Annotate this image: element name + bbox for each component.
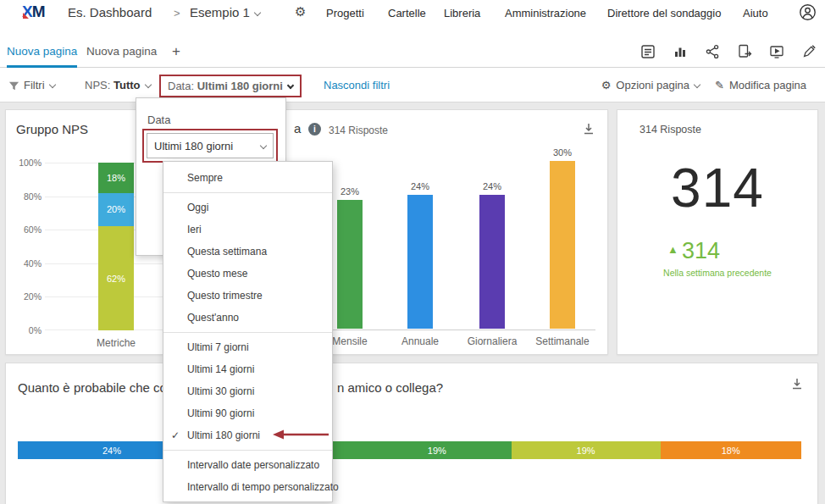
stacked-bar[interactable]: 18% 20% 62% [98, 163, 134, 330]
menu-item-oggi[interactable]: Oggi [163, 197, 332, 219]
edit-page-label: Modifica pagina [729, 79, 806, 91]
tab-nuova-pagina-2[interactable]: Nuova pagina [86, 37, 157, 68]
gear-icon: ⚙ [601, 79, 612, 91]
menu-item-ieri[interactable]: Ieri [163, 219, 332, 241]
bar-segment-promoters[interactable]: 18% [98, 163, 134, 193]
top-bar: XM Es. Dashboard > Esempio 1 ⚙ Progetti … [0, 0, 825, 25]
distribution-bar: 24% 19% 19% 18% [18, 441, 801, 459]
filters-label: Filtri [24, 79, 45, 91]
distribution-segment[interactable]: 19% [512, 441, 661, 459]
account-icon[interactable] [799, 3, 817, 21]
popover-heading: Data [147, 114, 170, 126]
menu-item-ultimi-90-giorni[interactable]: Ultimi 90 giorni [163, 402, 332, 424]
responses-count-label: 314 Risposte [329, 125, 388, 136]
share-icon[interactable] [705, 44, 720, 59]
bar[interactable] [479, 195, 505, 329]
widget-title-left-fragment: Quanto è probabile che co [18, 380, 167, 395]
date-range-menu: Sempre Oggi Ieri Questa settimana Questo… [163, 161, 333, 502]
edit-page-button[interactable]: ✎Modifica pagina [715, 79, 806, 91]
menu-item-sempre[interactable]: Sempre [163, 167, 332, 189]
menu-item-quest-anno[interactable]: Quest'anno [163, 307, 332, 329]
widget-title: Gruppo NPS [16, 122, 88, 136]
menu-item-questo-trimestre[interactable]: Questo trimestre [163, 285, 332, 307]
menu-item-questo-mese[interactable]: Questo mese [163, 263, 332, 285]
menu-item-intervallo-tempo[interactable]: Intervallo di tempo personalizzato [163, 476, 332, 498]
bar-value-label: 24% [411, 181, 429, 191]
menu-item-ultimi-7-giorni[interactable]: Ultimi 7 giorni [163, 336, 332, 358]
widget-title: 314 Risposte [640, 124, 701, 136]
menu-item-intervallo-date[interactable]: Intervallo date personalizzato [163, 454, 332, 476]
menu-item-ultimi-14-giorni[interactable]: Ultimi 14 giorni [163, 358, 332, 380]
report-icon[interactable] [640, 44, 656, 59]
toolbar-icons [640, 44, 817, 59]
nav-aiuto[interactable]: Aiuto [743, 7, 768, 19]
date-filter-label: Data: [168, 80, 194, 92]
chart-icon[interactable] [673, 44, 688, 59]
menu-item-ultimi-180-giorni[interactable]: ✓Ultimi 180 giorni [163, 424, 332, 446]
chevron-down-icon [254, 9, 261, 16]
nav-progetti[interactable]: Progetti [326, 7, 364, 19]
chevron-down-icon [694, 81, 700, 88]
distribution-segment[interactable]: 19% [363, 441, 512, 459]
download-icon[interactable] [790, 377, 804, 394]
widget-title-fragment: a [294, 121, 301, 136]
filter-funnel-icon [8, 80, 19, 95]
up-triangle-icon: ▲ [667, 243, 678, 256]
date-filter[interactable]: Data: Ultimi 180 giorni [159, 75, 302, 97]
breadcrumb-separator-icon: > [174, 7, 180, 19]
info-icon[interactable]: i [308, 123, 321, 136]
xm-logo[interactable]: XM [22, 3, 45, 21]
nps-filter-label: NPS: [85, 79, 110, 91]
dashboard-settings-gear-icon[interactable]: ⚙ [295, 4, 306, 19]
chevron-down-icon [144, 81, 151, 88]
chevron-down-icon [48, 81, 55, 88]
filters-toggle[interactable]: Filtri [24, 79, 55, 91]
nav-cartelle[interactable]: Cartelle [388, 7, 426, 19]
page-tabs-bar: Nuova pagina Nuova pagina + [0, 25, 825, 68]
nav-direttore-sondaggio[interactable]: Direttore del sondaggio [607, 7, 721, 19]
nav-libreria[interactable]: Libreria [444, 7, 480, 19]
pencil-icon: ✎ [715, 79, 724, 91]
menu-item-questa-settimana[interactable]: Questa settimana [163, 241, 332, 263]
bar[interactable] [550, 161, 575, 329]
filter-bar: Filtri NPS: Tutto Data: Ultimi 180 giorn… [0, 68, 825, 102]
qualtrics-dashboard: XM Es. Dashboard > Esempio 1 ⚙ Progetti … [0, 0, 825, 504]
breadcrumb-page[interactable]: Esempio 1 [190, 5, 260, 19]
nps-filter[interactable]: NPS: Tutto [85, 79, 151, 91]
bar-segment-detractors[interactable]: 62% [98, 226, 134, 330]
bar[interactable] [407, 195, 433, 329]
page-actions: ⚙Opzioni pagina ✎Modifica pagina [601, 79, 806, 91]
nav-amministrazione[interactable]: Amministrazione [505, 7, 586, 19]
category-label: Giornaliera [457, 335, 528, 347]
download-icon[interactable] [582, 122, 595, 139]
total-responses-widget: 314 Risposte 314 ▲314 Nella settimana pr… [617, 109, 818, 355]
hide-filters-link[interactable]: Nascondi filtri [324, 79, 390, 91]
date-filter-value: Ultimi 180 giorni [197, 80, 283, 92]
menu-item-ultimi-30-giorni[interactable]: Ultimi 30 giorni [163, 380, 332, 402]
bar-value-label: 24% [483, 181, 501, 191]
breadcrumb-dashboard[interactable]: Es. Dashboard [68, 5, 152, 19]
bar[interactable] [337, 200, 363, 329]
category-label: Annuale [385, 335, 456, 347]
tab-nuova-pagina-1[interactable]: Nuova pagina [7, 37, 77, 68]
page-options-button[interactable]: ⚙Opzioni pagina [601, 79, 700, 91]
delta-caption: Nella settimana precedente [617, 268, 817, 278]
likelihood-widget: Quanto è probabile che co n amico o coll… [5, 363, 818, 504]
bar-settimanale[interactable]: 30% [537, 147, 588, 329]
date-range-select-value: Ultimi 180 giorni [154, 140, 233, 152]
responses-delta: ▲314 [617, 238, 770, 264]
present-icon[interactable] [769, 44, 784, 59]
menu-divider [163, 450, 332, 451]
x-axis-category: Metriche [82, 337, 150, 349]
distribution-segment[interactable]: 18% [661, 441, 802, 459]
logo-accent [23, 13, 29, 19]
style-brush-icon[interactable] [801, 44, 817, 59]
bar-annuale[interactable]: 24% [395, 181, 446, 329]
bar-segment-passives[interactable]: 20% [98, 193, 134, 227]
date-range-select[interactable]: Ultimi 180 giorni [147, 133, 274, 158]
breadcrumb-page-label: Esempio 1 [190, 5, 250, 19]
add-page-tab[interactable]: + [172, 37, 180, 68]
bar-giornaliera[interactable]: 24% [467, 181, 518, 329]
category-label: Settimanale [527, 335, 598, 347]
export-icon[interactable] [737, 44, 752, 59]
